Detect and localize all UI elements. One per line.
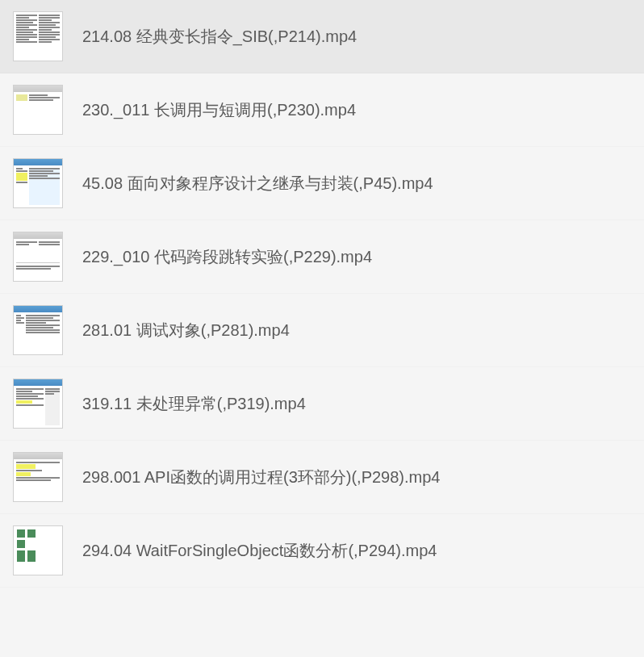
file-item[interactable]: 281.01 调试对象(,P281).mp4 bbox=[0, 294, 644, 367]
file-item[interactable]: 319.11 未处理异常(,P319).mp4 bbox=[0, 367, 644, 441]
video-thumbnail bbox=[13, 11, 63, 61]
file-name-label: 319.11 未处理异常(,P319).mp4 bbox=[82, 392, 631, 415]
file-name-label: 45.08 面向对象程序设计之继承与封装(,P45).mp4 bbox=[82, 172, 631, 195]
file-item[interactable]: 298.001 API函数的调用过程(3环部分)(,P298).mp4 bbox=[0, 441, 644, 514]
file-name-label: 281.01 调试对象(,P281).mp4 bbox=[82, 319, 631, 341]
video-thumbnail bbox=[13, 379, 63, 429]
file-list: 214.08 经典变长指令_SIB(,P214).mp4 230._011 长调… bbox=[0, 0, 644, 588]
video-thumbnail bbox=[13, 305, 63, 355]
file-item[interactable]: 45.08 面向对象程序设计之继承与封装(,P45).mp4 bbox=[0, 147, 644, 220]
file-name-label: 229._010 代码跨段跳转实验(,P229).mp4 bbox=[82, 245, 631, 268]
video-thumbnail bbox=[13, 85, 63, 135]
file-name-label: 214.08 经典变长指令_SIB(,P214).mp4 bbox=[82, 25, 631, 48]
file-item[interactable]: 294.04 WaitForSingleObject函数分析(,P294).mp… bbox=[0, 514, 644, 588]
file-item[interactable]: 229._010 代码跨段跳转实验(,P229).mp4 bbox=[0, 220, 644, 294]
file-name-label: 298.001 API函数的调用过程(3环部分)(,P298).mp4 bbox=[82, 466, 631, 488]
file-name-label: 294.04 WaitForSingleObject函数分析(,P294).mp… bbox=[82, 539, 631, 562]
file-name-label: 230._011 长调用与短调用(,P230).mp4 bbox=[82, 98, 631, 121]
video-thumbnail bbox=[13, 158, 63, 208]
video-thumbnail bbox=[13, 232, 63, 282]
video-thumbnail bbox=[13, 525, 63, 575]
file-item[interactable]: 214.08 经典变长指令_SIB(,P214).mp4 bbox=[0, 0, 644, 73]
file-item[interactable]: 230._011 长调用与短调用(,P230).mp4 bbox=[0, 73, 644, 147]
video-thumbnail bbox=[13, 452, 63, 502]
